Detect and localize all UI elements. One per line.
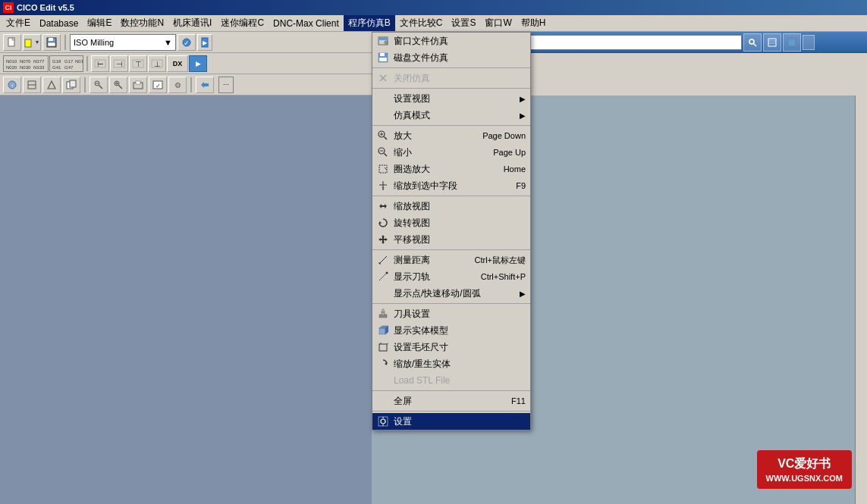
menu-pan-view[interactable]: 平移视图 (372, 231, 530, 248)
tb3-btn-4[interactable] (62, 77, 80, 93)
rt-action-btn[interactable] (783, 33, 801, 52)
save-btn[interactable] (42, 34, 61, 51)
combo-value: ISO Milling (74, 38, 114, 47)
tb3-btn-8[interactable]: ✓ (149, 77, 167, 93)
menu-show-tool[interactable]: 显示刀轨 Ctrl+Shift+P (372, 268, 530, 285)
tb3-btn-3[interactable] (42, 77, 61, 93)
nav-btn-4[interactable]: ⊥ (148, 55, 166, 72)
zoom-out-shortcut: Page Up (478, 148, 526, 157)
sel-zoom-shortcut: Home (488, 164, 526, 174)
tool-path-icon (377, 271, 389, 283)
menu-show-points[interactable]: 显示点/快速移动/圆弧 ▶ (372, 285, 530, 302)
nc-block-2[interactable]: G18G41G17G47N010 (49, 55, 83, 72)
extra-btn[interactable]: ▶ (197, 34, 212, 51)
tb3-btn-5[interactable] (90, 77, 108, 93)
sep-5 (372, 249, 530, 250)
menu-zoom-sel-text[interactable]: T 缩放到选中字段 F9 (372, 177, 530, 194)
tb3-btn-7[interactable] (129, 77, 147, 93)
svg-marker-98 (385, 362, 387, 365)
special-btn[interactable]: ▶ (189, 55, 207, 72)
menu-window-sim[interactable]: 窗口文件仿真 (372, 33, 530, 49)
svg-rect-50 (70, 80, 76, 87)
machine-type-combo[interactable]: ISO Milling ▼ (70, 34, 176, 51)
rt-view-btn[interactable] (763, 33, 781, 52)
svg-text:G41: G41 (52, 65, 61, 70)
menu-numeric[interactable]: 数控功能N (116, 15, 168, 31)
svg-line-84 (379, 256, 387, 264)
svg-text:⚙: ⚙ (174, 81, 181, 89)
v-scrollbar[interactable] (855, 95, 867, 504)
menu-file[interactable]: 文件E (2, 15, 35, 31)
sep-2 (372, 88, 530, 89)
svg-rect-22 (768, 39, 776, 46)
tb3-special-area: ⋯ (218, 77, 234, 93)
sep-8 (372, 411, 530, 412)
svg-rect-95 (379, 344, 387, 351)
zoom-reset-icon (377, 358, 389, 370)
menu-help[interactable]: 帮助H (517, 15, 551, 31)
menu-zoom-in[interactable]: 放大 Page Down (372, 127, 530, 144)
tb3-btn-9[interactable]: ⚙ (168, 77, 187, 93)
menu-zoom-reset[interactable]: 缩放/重生实体 (372, 355, 530, 372)
combo-arrow: ▼ (164, 38, 172, 47)
menu-show-solid[interactable]: 显示实体模型 (372, 322, 530, 339)
menu-mini-prog[interactable]: 迷你编程C (216, 15, 269, 31)
svg-point-20 (749, 39, 754, 44)
nav-btn-2[interactable]: ⊣ (110, 55, 128, 72)
nav-btn-3[interactable]: ⊤ (129, 55, 147, 72)
disk-sim-icon (377, 52, 389, 64)
combo-action-btn[interactable]: ✓ (177, 34, 196, 51)
svg-text:⊢: ⊢ (97, 60, 104, 68)
sim-area (0, 95, 372, 504)
nc-block-1[interactable]: N010N020N070N030N377N333 (3, 55, 49, 72)
tool-path-shortcut: Ctrl+Shift+P (466, 272, 526, 281)
tb3-btn-1[interactable]: ↑ (3, 77, 21, 93)
svg-rect-59 (136, 81, 140, 84)
svg-line-87 (379, 273, 387, 280)
tb3-btn-2[interactable] (23, 77, 41, 93)
menu-measure[interactable]: 测量距离 Ctrl+鼠标左键 (372, 252, 530, 268)
toolbar-row-3: ↑ ✓ ⚙ ⋯ (0, 74, 372, 95)
menu-config[interactable]: 设置 (372, 413, 530, 430)
svg-text:⊣: ⊣ (116, 60, 123, 68)
menu-load-stl[interactable]: Load STL File (372, 372, 530, 389)
menu-sel-zoom[interactable]: 圈选放大 Home (372, 161, 530, 177)
zoom-text-icon: T (377, 180, 389, 192)
menu-dnc[interactable]: DNC-Max Client (269, 17, 344, 30)
set-view-arrow: ▶ (520, 95, 526, 103)
svg-text:N010: N010 (75, 59, 83, 64)
menu-bar: 文件E Database 编辑E 数控功能N 机床通讯I 迷你编程C DNC-M… (0, 15, 867, 32)
svg-rect-5 (48, 42, 55, 46)
menu-zoom-view[interactable]: 缩放视图 (372, 198, 530, 214)
menu-zoom-out[interactable]: 缩小 Page Up (372, 144, 530, 161)
menu-set-blank[interactable]: 设置毛坯尺寸 (372, 339, 530, 355)
dx-btn[interactable]: DX (167, 55, 188, 72)
config-icon (377, 415, 389, 427)
tb3-btn-6[interactable] (109, 77, 127, 93)
svg-text:↑: ↑ (11, 83, 14, 89)
new-btn[interactable] (3, 34, 21, 51)
nav-btn-1[interactable]: ⊢ (91, 55, 109, 72)
menu-edit[interactable]: 编辑E (83, 15, 116, 31)
menu-sim-mode[interactable]: 仿真模式 ▶ (372, 107, 530, 124)
menu-fullscreen[interactable]: 全屏 F11 (372, 393, 530, 409)
menu-settings[interactable]: 设置S (447, 15, 480, 31)
menu-close-sim[interactable]: 关闭仿真 (372, 70, 530, 86)
menu-rotate-view[interactable]: 旋转视图 (372, 214, 530, 231)
menu-compare[interactable]: 文件比较C (395, 15, 448, 31)
svg-line-21 (754, 43, 757, 46)
sep-1 (64, 35, 66, 50)
menu-set-view[interactable]: 设置视图 ▶ (372, 90, 530, 107)
menu-machine[interactable]: 机床通讯I (168, 15, 216, 31)
tb3-btn-10[interactable] (196, 77, 214, 93)
rt-search-btn[interactable] (743, 33, 762, 52)
menu-tool-setup[interactable]: 刀具设置 (372, 305, 530, 322)
search-input-box[interactable] (499, 35, 742, 50)
menu-disk-sim[interactable]: 磁盘文件仿真 (372, 49, 530, 66)
open-dropdown-btn[interactable] (23, 34, 41, 51)
svg-text:G17: G17 (64, 59, 74, 64)
rotate-icon (377, 217, 389, 229)
menu-sim[interactable]: 程序仿真B (344, 15, 395, 31)
menu-database[interactable]: Database (35, 17, 83, 30)
menu-window[interactable]: 窗口W (480, 15, 516, 31)
